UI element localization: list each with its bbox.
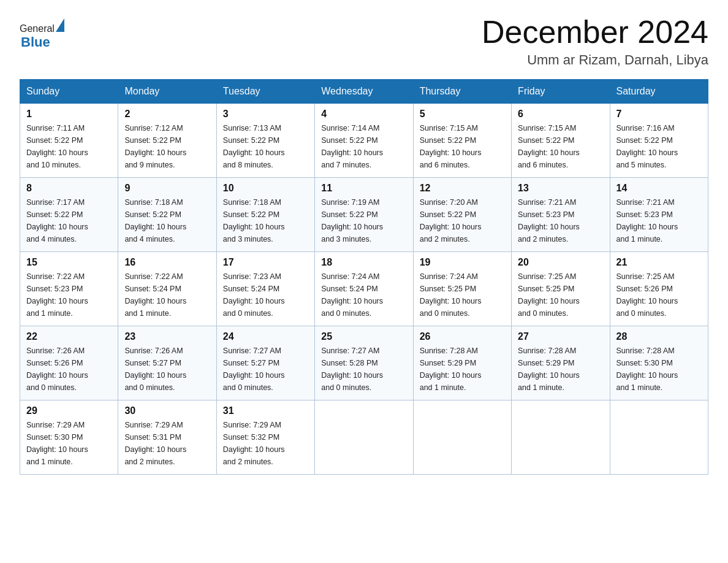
calendar-table: SundayMondayTuesdayWednesdayThursdayFrid…: [20, 79, 708, 475]
day-cell: 8Sunrise: 7:17 AMSunset: 5:22 PMDaylight…: [20, 178, 118, 252]
day-number: 12: [420, 183, 505, 194]
day-cell: 7Sunrise: 7:16 AMSunset: 5:22 PMDaylight…: [610, 104, 708, 178]
day-cell: [512, 400, 610, 475]
day-cell: 27Sunrise: 7:28 AMSunset: 5:29 PMDayligh…: [512, 326, 610, 400]
day-number: 22: [26, 331, 112, 342]
day-number: 14: [616, 183, 702, 194]
title-area: December 2024 Umm ar Rizam, Darnah, Liby…: [482, 15, 708, 68]
logo-triangle-icon: [56, 18, 64, 32]
day-cell: 29Sunrise: 7:29 AMSunset: 5:30 PMDayligh…: [20, 400, 118, 475]
day-info: Sunrise: 7:20 AMSunset: 5:22 PMDaylight:…: [420, 196, 505, 245]
day-info: Sunrise: 7:29 AMSunset: 5:30 PMDaylight:…: [26, 419, 112, 468]
day-info: Sunrise: 7:19 AMSunset: 5:22 PMDaylight:…: [321, 196, 406, 245]
weekday-header-row: SundayMondayTuesdayWednesdayThursdayFrid…: [20, 80, 708, 104]
week-row-2: 8Sunrise: 7:17 AMSunset: 5:22 PMDaylight…: [20, 178, 708, 252]
day-number: 1: [26, 109, 112, 120]
day-number: 17: [223, 257, 308, 268]
day-info: Sunrise: 7:26 AMSunset: 5:26 PMDaylight:…: [26, 345, 112, 394]
week-row-4: 22Sunrise: 7:26 AMSunset: 5:26 PMDayligh…: [20, 326, 708, 400]
weekday-header-saturday: Saturday: [610, 80, 708, 104]
week-row-3: 15Sunrise: 7:22 AMSunset: 5:23 PMDayligh…: [20, 252, 708, 326]
day-info: Sunrise: 7:16 AMSunset: 5:22 PMDaylight:…: [616, 122, 702, 171]
day-number: 13: [518, 183, 603, 194]
day-number: 29: [26, 405, 112, 416]
day-number: 23: [124, 331, 210, 342]
day-cell: 14Sunrise: 7:21 AMSunset: 5:23 PMDayligh…: [610, 178, 708, 252]
day-cell: 28Sunrise: 7:28 AMSunset: 5:30 PMDayligh…: [610, 326, 708, 400]
day-number: 10: [223, 183, 308, 194]
day-cell: [610, 400, 708, 475]
day-info: Sunrise: 7:24 AMSunset: 5:25 PMDaylight:…: [420, 270, 505, 320]
day-cell: 21Sunrise: 7:25 AMSunset: 5:26 PMDayligh…: [610, 252, 708, 326]
day-cell: 6Sunrise: 7:15 AMSunset: 5:22 PMDaylight…: [512, 104, 610, 178]
day-info: Sunrise: 7:18 AMSunset: 5:22 PMDaylight:…: [223, 196, 308, 245]
day-number: 20: [518, 257, 603, 268]
day-number: 18: [321, 257, 406, 268]
day-cell: 13Sunrise: 7:21 AMSunset: 5:23 PMDayligh…: [512, 178, 610, 252]
day-info: Sunrise: 7:27 AMSunset: 5:28 PMDaylight:…: [321, 345, 406, 394]
weekday-header-friday: Friday: [512, 80, 610, 104]
day-cell: 5Sunrise: 7:15 AMSunset: 5:22 PMDaylight…: [413, 104, 511, 178]
weekday-header-thursday: Thursday: [413, 80, 511, 104]
day-info: Sunrise: 7:13 AMSunset: 5:22 PMDaylight:…: [223, 122, 308, 171]
day-info: Sunrise: 7:21 AMSunset: 5:23 PMDaylight:…: [616, 196, 702, 245]
day-number: 26: [420, 331, 505, 342]
day-info: Sunrise: 7:28 AMSunset: 5:30 PMDaylight:…: [616, 345, 702, 394]
day-cell: 1Sunrise: 7:11 AMSunset: 5:22 PMDaylight…: [20, 104, 118, 178]
day-number: 2: [124, 109, 210, 120]
day-number: 6: [518, 109, 603, 120]
day-number: 31: [223, 405, 308, 416]
day-cell: 15Sunrise: 7:22 AMSunset: 5:23 PMDayligh…: [20, 252, 118, 326]
day-number: 19: [420, 257, 505, 268]
day-info: Sunrise: 7:24 AMSunset: 5:24 PMDaylight:…: [321, 270, 406, 320]
day-info: Sunrise: 7:26 AMSunset: 5:27 PMDaylight:…: [124, 345, 210, 394]
day-number: 4: [321, 109, 406, 120]
day-cell: 10Sunrise: 7:18 AMSunset: 5:22 PMDayligh…: [216, 178, 314, 252]
day-cell: 25Sunrise: 7:27 AMSunset: 5:28 PMDayligh…: [315, 326, 413, 400]
day-cell: 4Sunrise: 7:14 AMSunset: 5:22 PMDaylight…: [315, 104, 413, 178]
day-number: 16: [124, 257, 210, 268]
day-info: Sunrise: 7:25 AMSunset: 5:26 PMDaylight:…: [616, 270, 702, 320]
day-info: Sunrise: 7:18 AMSunset: 5:22 PMDaylight:…: [124, 196, 210, 245]
day-cell: [413, 400, 511, 475]
day-cell: 17Sunrise: 7:23 AMSunset: 5:24 PMDayligh…: [216, 252, 314, 326]
day-cell: 23Sunrise: 7:26 AMSunset: 5:27 PMDayligh…: [118, 326, 216, 400]
day-info: Sunrise: 7:25 AMSunset: 5:25 PMDaylight:…: [518, 270, 603, 320]
day-cell: 30Sunrise: 7:29 AMSunset: 5:31 PMDayligh…: [118, 400, 216, 475]
day-cell: 18Sunrise: 7:24 AMSunset: 5:24 PMDayligh…: [315, 252, 413, 326]
day-info: Sunrise: 7:22 AMSunset: 5:23 PMDaylight:…: [26, 270, 112, 320]
day-cell: 20Sunrise: 7:25 AMSunset: 5:25 PMDayligh…: [512, 252, 610, 326]
day-number: 30: [124, 405, 210, 416]
logo-general-text: General: [20, 23, 55, 34]
day-number: 15: [26, 257, 112, 268]
day-cell: 19Sunrise: 7:24 AMSunset: 5:25 PMDayligh…: [413, 252, 511, 326]
day-cell: 22Sunrise: 7:26 AMSunset: 5:26 PMDayligh…: [20, 326, 118, 400]
day-cell: 24Sunrise: 7:27 AMSunset: 5:27 PMDayligh…: [216, 326, 314, 400]
day-info: Sunrise: 7:12 AMSunset: 5:22 PMDaylight:…: [124, 122, 210, 171]
weekday-header-sunday: Sunday: [20, 80, 118, 104]
page-header: General Blue December 2024 Umm ar Rizam,…: [20, 15, 708, 68]
day-cell: [315, 400, 413, 475]
day-number: 25: [321, 331, 406, 342]
day-info: Sunrise: 7:21 AMSunset: 5:23 PMDaylight:…: [518, 196, 603, 245]
day-info: Sunrise: 7:23 AMSunset: 5:24 PMDaylight:…: [223, 270, 308, 320]
day-number: 21: [616, 257, 702, 268]
weekday-header-monday: Monday: [118, 80, 216, 104]
day-cell: 9Sunrise: 7:18 AMSunset: 5:22 PMDaylight…: [118, 178, 216, 252]
day-info: Sunrise: 7:29 AMSunset: 5:31 PMDaylight:…: [124, 419, 210, 468]
day-number: 8: [26, 183, 112, 194]
day-number: 3: [223, 109, 308, 120]
location-title: Umm ar Rizam, Darnah, Libya: [482, 52, 708, 68]
day-cell: 26Sunrise: 7:28 AMSunset: 5:29 PMDayligh…: [413, 326, 511, 400]
day-number: 24: [223, 331, 308, 342]
day-info: Sunrise: 7:28 AMSunset: 5:29 PMDaylight:…: [420, 345, 505, 394]
day-number: 5: [420, 109, 505, 120]
day-info: Sunrise: 7:17 AMSunset: 5:22 PMDaylight:…: [26, 196, 112, 245]
weekday-header-wednesday: Wednesday: [315, 80, 413, 104]
day-cell: 2Sunrise: 7:12 AMSunset: 5:22 PMDaylight…: [118, 104, 216, 178]
day-cell: 12Sunrise: 7:20 AMSunset: 5:22 PMDayligh…: [413, 178, 511, 252]
day-info: Sunrise: 7:15 AMSunset: 5:22 PMDaylight:…: [518, 122, 603, 171]
week-row-1: 1Sunrise: 7:11 AMSunset: 5:22 PMDaylight…: [20, 104, 708, 178]
weekday-header-tuesday: Tuesday: [216, 80, 314, 104]
day-info: Sunrise: 7:29 AMSunset: 5:32 PMDaylight:…: [223, 419, 308, 468]
